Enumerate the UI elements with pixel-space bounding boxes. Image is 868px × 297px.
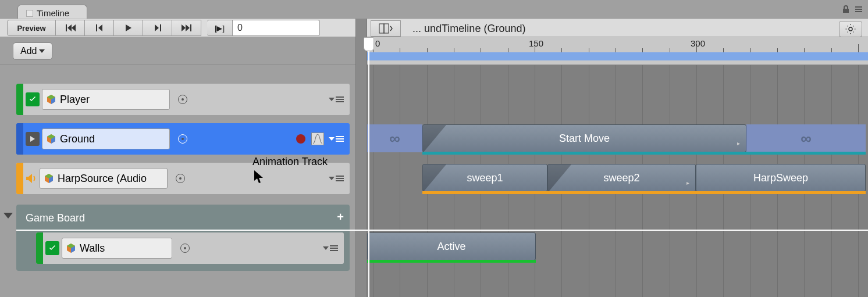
svg-point-2 — [849, 27, 852, 31]
timeline-range — [367, 52, 868, 60]
lock-icon[interactable] — [841, 5, 851, 14]
settings-button[interactable] — [839, 21, 862, 37]
track-underline — [422, 191, 866, 194]
clip-row-harp: sweep1 sweep2 ▸ HarpSweep — [367, 163, 868, 194]
ruler-numbers: 0 150 300 — [367, 37, 868, 52]
enable-toggle[interactable] — [26, 92, 40, 106]
binding-field[interactable]: Player — [42, 89, 170, 110]
time-ruler[interactable]: 0 150 300 — [367, 37, 868, 65]
post-extrapolate[interactable]: ∞ — [746, 124, 866, 152]
cursor-icon — [254, 170, 265, 185]
clip-row-ground: ∞ Start Move ▸ ∞ — [367, 123, 868, 155]
goto-end-button[interactable] — [172, 20, 201, 36]
record-button[interactable] — [296, 134, 305, 144]
track-walls[interactable]: Walls — [36, 232, 344, 264]
panel-lock-row — [841, 5, 863, 14]
binding-picker-icon[interactable] — [176, 174, 185, 183]
gameobject-icon — [66, 243, 76, 253]
check-icon — [48, 244, 56, 252]
tooltip: Animation Track — [252, 156, 328, 168]
playhead-line — [368, 37, 369, 297]
binding-picker-icon[interactable] — [178, 134, 187, 144]
check-icon — [29, 95, 37, 103]
track-color — [16, 163, 23, 194]
panel-menu-icon[interactable] — [854, 5, 863, 14]
tab-timeline[interactable]: Timeline — [17, 5, 87, 19]
tab-icon — [26, 10, 33, 17]
chevron-down-icon — [39, 49, 45, 53]
preview-button[interactable]: Preview — [7, 20, 56, 36]
track-underline — [367, 260, 536, 263]
right-toolbar: ... undTimeline (Ground) — [367, 19, 868, 38]
clip-sweep2[interactable]: sweep2 ▸ — [547, 164, 696, 192]
tracks-pane: Player Ground Ha — [0, 65, 355, 297]
svg-rect-0 — [379, 24, 384, 33]
frame-field[interactable]: 0 — [233, 20, 320, 36]
clip-sweep1[interactable]: sweep1 — [422, 164, 547, 192]
clip-harpsweep[interactable]: HarpSweep — [696, 164, 866, 192]
curves-icon — [312, 133, 323, 145]
clip-row-walls: Active — [367, 231, 868, 263]
tab-label: Timeline — [37, 8, 69, 18]
play-range-button[interactable]: [▶] — [207, 20, 233, 36]
binding-picker-icon[interactable] — [180, 244, 190, 253]
group-header[interactable]: Game Board + — [16, 205, 350, 231]
track-player[interactable]: Player — [16, 84, 350, 115]
enable-toggle[interactable] — [45, 241, 59, 255]
track-menu-icon[interactable] — [323, 245, 338, 252]
track-menu-icon[interactable] — [329, 175, 344, 182]
track-ground[interactable]: Ground — [16, 123, 350, 155]
breadcrumb[interactable]: ... undTimeline (Ground) — [412, 23, 525, 35]
track-menu-icon[interactable] — [329, 135, 344, 142]
next-frame-button[interactable] — [143, 20, 172, 36]
track-color — [16, 123, 23, 155]
clip-loop-icon: ▸ — [686, 180, 689, 186]
prev-frame-button[interactable] — [85, 20, 114, 36]
drop-indicator — [16, 230, 868, 231]
add-track-button[interactable]: Add — [13, 42, 52, 60]
clips-pane[interactable]: ∞ Start Move ▸ ∞ sweep1 sweep2 ▸ HarpSwe… — [367, 65, 868, 297]
track-color — [16, 84, 23, 115]
clip-start-move[interactable]: Start Move ▸ — [422, 124, 746, 152]
curves-button[interactable] — [311, 133, 324, 145]
avatar-toggle[interactable] — [26, 132, 40, 146]
binding-field[interactable]: HarpSource (Audio — [40, 168, 168, 189]
pre-extrapolate[interactable]: ∞ — [367, 124, 422, 152]
play-icon — [30, 135, 35, 142]
audio-icon-wrap — [23, 172, 40, 185]
binding-field[interactable]: Ground — [42, 128, 170, 149]
toolbar: Preview [▶] 0 ... undTimeline (Ground) — [0, 19, 868, 37]
tab-bar: Timeline — [0, 0, 868, 19]
infinity-icon: ∞ — [801, 130, 812, 148]
edit-mode-button[interactable] — [371, 20, 401, 37]
clip-row-player — [367, 84, 868, 115]
gameobject-icon — [44, 173, 54, 184]
goto-start-button[interactable] — [56, 20, 85, 36]
add-child-track-button[interactable]: + — [337, 210, 344, 224]
ease-in-icon — [548, 164, 571, 192]
ease-in-icon — [423, 125, 446, 152]
clip-loop-icon: ▸ — [737, 140, 740, 146]
gameobject-icon — [46, 94, 56, 105]
gear-icon — [845, 24, 856, 34]
clip-active[interactable]: Active — [367, 232, 536, 260]
speaker-icon — [25, 172, 38, 185]
infinity-icon: ∞ — [389, 130, 400, 148]
binding-picker-icon[interactable] — [178, 95, 187, 104]
ease-in-icon — [423, 164, 446, 192]
chevron-down-icon[interactable] — [3, 213, 13, 219]
track-underline — [422, 152, 866, 155]
play-button[interactable] — [114, 20, 143, 36]
pane-splitter[interactable] — [355, 19, 367, 297]
playhead-handle[interactable] — [364, 37, 374, 51]
group-body: Walls — [16, 231, 350, 271]
track-color — [36, 232, 43, 264]
binding-field[interactable]: Walls — [62, 238, 172, 259]
gameobject-icon — [46, 134, 56, 144]
svg-rect-1 — [384, 24, 389, 33]
track-menu-icon[interactable] — [329, 96, 344, 103]
